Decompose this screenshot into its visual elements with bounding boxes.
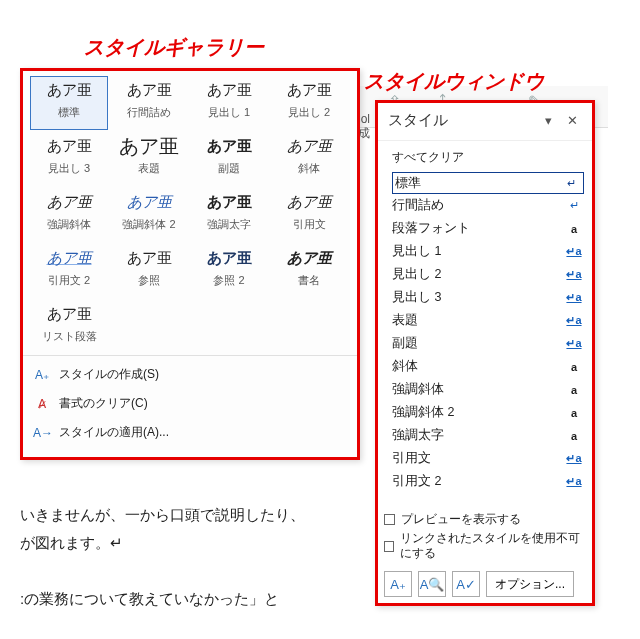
gallery-item[interactable]: あア亜標準 [30,76,108,130]
close-button[interactable]: ✕ [560,113,584,128]
gallery-preview: あア亜 [33,193,105,213]
gallery-preview: あア亜 [193,137,265,157]
gallery-name: 強調斜体 2 [113,217,185,232]
style-item[interactable]: 強調太字a [392,424,584,447]
style-tag-icon: ↵ [564,199,584,212]
options-button[interactable]: オプション... [486,571,574,597]
gallery-preview: あア亜 [33,305,105,325]
doc-line-2: が図れます。↵ [20,532,380,555]
gallery-item[interactable]: あア亜引用文 [270,188,348,242]
gallery-name: 引用文 2 [33,273,105,288]
style-tag-icon: ↵a [564,475,584,488]
checkbox-preview[interactable]: プレビューを表示する [384,510,586,529]
clear-all[interactable]: すべてクリア [392,147,584,172]
manage-style-button[interactable]: A✓ [452,571,480,597]
style-item[interactable]: 引用文↵a [392,447,584,470]
gallery-item[interactable]: あア亜参照 [110,244,188,298]
style-item[interactable]: 斜体a [392,355,584,378]
footer-buttons: A₊ A🔍 A✓ オプション... [384,571,586,597]
style-item[interactable]: 段落フォントa [392,217,584,240]
style-name: 表題 [392,312,564,329]
style-item[interactable]: 見出し 3↵a [392,286,584,309]
gallery-name: 強調斜体 [33,217,105,232]
style-name: 強調太字 [392,427,564,444]
gallery-preview: あア亜 [113,137,185,157]
style-name: 行間詰め [392,197,564,214]
inspect-style-button[interactable]: A🔍 [418,571,446,597]
gallery-preview: あア亜 [33,249,105,269]
menu-clear-label: 書式のクリア(C) [59,395,148,412]
gallery-item[interactable]: あア亜強調斜体 [30,188,108,242]
style-item[interactable]: 見出し 2↵a [392,263,584,286]
gallery-name: 見出し 2 [273,105,345,120]
style-name: 見出し 2 [392,266,564,283]
style-item[interactable]: 強調斜体a [392,378,584,401]
gallery-item[interactable]: あア亜引用文 2 [30,244,108,298]
menu-clear-format[interactable]: A̷ 書式のクリア(C) [23,389,357,418]
style-name: 強調斜体 2 [392,404,564,421]
style-item[interactable]: 表題↵a [392,309,584,332]
gallery-item[interactable]: あア亜強調太字 [190,188,268,242]
style-name: 見出し 1 [392,243,564,260]
options-label: オプション... [495,576,565,593]
gallery-item[interactable]: あア亜行間詰め [110,76,188,130]
gallery-preview: あア亜 [273,193,345,213]
checkbox-linked[interactable]: リンクされたスタイルを使用不可にする [384,529,586,563]
checkbox-linked-label: リンクされたスタイルを使用不可にする [400,531,586,561]
gallery-name: 参照 [113,273,185,288]
menu-apply-label: スタイルの適用(A)... [59,424,169,441]
style-item[interactable]: 標準↵ [392,172,584,194]
gallery-name: 標準 [33,105,105,120]
style-tag-icon: a [564,223,584,235]
style-name: 引用文 [392,450,564,467]
checkbox-icon [384,514,395,525]
gallery-item[interactable]: あア亜リスト段落 [30,300,108,354]
gallery-name: 副題 [193,161,265,176]
style-name: 副題 [392,335,564,352]
style-tag-icon: ↵a [564,452,584,465]
gallery-item[interactable]: あア亜参照 2 [190,244,268,298]
gallery-item[interactable]: あア亜強調斜体 2 [110,188,188,242]
gallery-name: 参照 2 [193,273,265,288]
gallery-item[interactable]: あア亜書名 [270,244,348,298]
style-tag-icon: ↵a [564,268,584,281]
style-item[interactable]: 見出し 1↵a [392,240,584,263]
checkbox-preview-label: プレビューを表示する [401,512,521,527]
style-item[interactable]: 強調斜体 2a [392,401,584,424]
gallery-preview: あア亜 [273,137,345,157]
style-item[interactable]: 引用文 2↵a [392,470,584,493]
new-style-button[interactable]: A₊ [384,571,412,597]
gallery-preview: あア亜 [193,81,265,101]
gallery-name: 行間詰め [113,105,185,120]
menu-create-label: スタイルの作成(S) [59,366,159,383]
menu-create-style[interactable]: A₊ スタイルの作成(S) [23,360,357,389]
gallery-name: 見出し 3 [33,161,105,176]
gallery-item[interactable]: あア亜見出し 3 [30,132,108,186]
style-item[interactable]: 行間詰め↵ [392,194,584,217]
gallery-item[interactable]: あア亜見出し 1 [190,76,268,130]
gallery-preview: あア亜 [113,249,185,269]
style-name: 引用文 2 [392,473,564,490]
callout-gallery: スタイルギャラリー [84,34,264,61]
style-tag-icon: a [564,361,584,373]
gallery-item[interactable]: あア亜副題 [190,132,268,186]
style-item[interactable]: 副題↵a [392,332,584,355]
gallery-preview: あア亜 [193,193,265,213]
gallery-item[interactable]: あア亜斜体 [270,132,348,186]
style-name: 標準 [395,175,561,192]
style-tag-icon: ↵a [564,291,584,304]
gallery-item[interactable]: あア亜表題 [110,132,188,186]
styles-title: スタイル [388,111,536,130]
collapse-button[interactable]: ▾ [536,113,560,128]
styles-window: スタイル ▾ ✕ すべてクリア 標準↵行間詰め↵段落フォントa見出し 1↵a見出… [375,100,595,606]
gallery-item[interactable]: あア亜見出し 2 [270,76,348,130]
style-name: 段落フォント [392,220,564,237]
style-tag-icon: a [564,430,584,442]
checkbox-icon [384,541,394,552]
doc-line-3: :の業務について教えていなかった」と [20,588,380,611]
menu-apply-style[interactable]: A→ スタイルの適用(A)... [23,418,357,447]
gallery-preview: あア亜 [273,249,345,269]
gallery-name: 斜体 [273,161,345,176]
gallery-menu: A₊ スタイルの作成(S) A̷ 書式のクリア(C) A→ スタイルの適用(A)… [23,355,357,451]
gallery-preview: あア亜 [273,81,345,101]
